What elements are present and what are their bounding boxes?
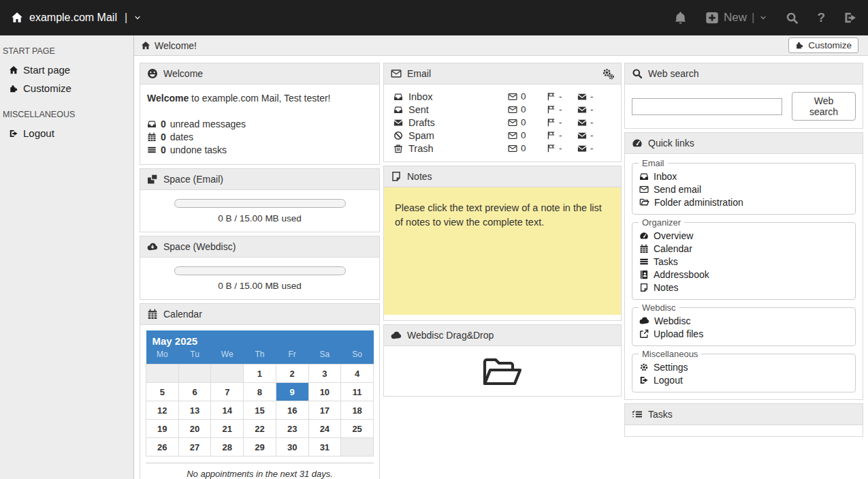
calendar-day-cell[interactable]: 22 bbox=[244, 420, 276, 438]
stat-label: undone tasks bbox=[170, 144, 227, 155]
calendar-day-cell[interactable]: 25 bbox=[341, 420, 374, 438]
calendar-day-cell[interactable]: 30 bbox=[276, 438, 308, 457]
title-separator: | bbox=[125, 12, 127, 24]
folder-link[interactable]: Spam bbox=[393, 130, 508, 141]
envelope-filled-icon bbox=[393, 118, 403, 127]
calendar-day-cell[interactable]: 2 bbox=[276, 365, 308, 383]
customize-button[interactable]: Customize bbox=[788, 37, 858, 53]
envelope-outline-icon bbox=[508, 105, 517, 114]
main-area: Welcome! Customize Welcome Welcome to ex… bbox=[134, 35, 868, 479]
folder-link[interactable]: Drafts bbox=[393, 117, 508, 128]
quick-link-webdisc[interactable]: Webdisc bbox=[639, 314, 848, 327]
webdisc-dropzone[interactable] bbox=[384, 346, 621, 396]
chevron-down-icon bbox=[759, 14, 767, 22]
quick-link-notes[interactable]: Notes bbox=[639, 281, 848, 294]
gear-icon bbox=[639, 362, 649, 372]
app-menu[interactable]: example.com Mail | bbox=[11, 12, 142, 24]
calendar-selected-day-cell[interactable]: 9 bbox=[276, 383, 308, 401]
email-panel: Email Inbox 0 - - Sent bbox=[383, 63, 622, 162]
note-preview[interactable]: Please click the text preview of a note … bbox=[384, 187, 621, 315]
calendar-day-cell[interactable]: 8 bbox=[244, 383, 276, 401]
calendar-week-row: 12 13 14 15 16 17 18 bbox=[146, 401, 374, 420]
calendar-day-cell[interactable]: 12 bbox=[146, 401, 179, 420]
calendar-day-cell[interactable]: 26 bbox=[146, 438, 179, 457]
quick-link-addressbook[interactable]: Addressbook bbox=[639, 268, 848, 281]
calendar-empty-cell bbox=[146, 365, 179, 383]
notes-panel-body: Please click the text preview of a note … bbox=[384, 187, 621, 320]
email-folder-row-sent: Sent 0 - - bbox=[393, 103, 611, 116]
envelope-outline-icon bbox=[391, 68, 402, 79]
calendar-day-cell[interactable]: 24 bbox=[308, 420, 341, 438]
inbox-icon bbox=[639, 172, 649, 181]
calendar-day-cell[interactable]: 23 bbox=[276, 420, 308, 438]
cogs-icon[interactable] bbox=[602, 68, 614, 80]
quick-link-label: Logout bbox=[654, 375, 683, 386]
quick-link-inbox[interactable]: Inbox bbox=[639, 170, 848, 183]
web-search-input[interactable] bbox=[632, 98, 782, 115]
calendar-day-cell[interactable]: 1 bbox=[244, 365, 276, 383]
calendar-day-cell[interactable]: 17 bbox=[308, 401, 341, 420]
calendar-day-cell[interactable]: 18 bbox=[341, 401, 374, 420]
calendar-day-cell[interactable]: 29 bbox=[244, 438, 276, 457]
calendar-day-cell[interactable]: 21 bbox=[211, 420, 244, 438]
calendar-day-cell[interactable]: 4 bbox=[341, 365, 374, 383]
calendar-day-cell[interactable]: 31 bbox=[308, 438, 341, 457]
folder-link[interactable]: Sent bbox=[393, 104, 508, 115]
calendar-day-cell[interactable]: 13 bbox=[178, 401, 211, 420]
calendar-empty-cell bbox=[341, 438, 374, 457]
calendar-day-cell[interactable]: 20 bbox=[178, 420, 211, 438]
sidebar-item-customize[interactable]: Customize bbox=[0, 79, 133, 97]
stat-label: dates bbox=[170, 132, 193, 142]
calendar-day-cell[interactable]: 15 bbox=[244, 401, 276, 420]
sidebar-item-logout[interactable]: Logout bbox=[0, 124, 133, 142]
calendar-day-cell[interactable]: 28 bbox=[211, 438, 244, 457]
quick-link-logout[interactable]: Logout bbox=[639, 373, 848, 386]
mini-calendar: May 2025 MoTu WeTh FrSa So 1 2 3 bbox=[146, 330, 374, 457]
quick-link-settings[interactable]: Settings bbox=[639, 360, 848, 373]
calendar-day-cell[interactable]: 16 bbox=[276, 401, 308, 420]
logout-icon[interactable] bbox=[843, 11, 857, 25]
quick-link-folder-administration[interactable]: Folder administration bbox=[639, 196, 848, 208]
calendar-day-cell[interactable]: 7 bbox=[211, 383, 244, 401]
calendar-day-cell[interactable]: 27 bbox=[178, 438, 211, 457]
email-folder-list: Inbox 0 - - Sent 0 - - bbox=[384, 84, 621, 161]
welcome-panel-body: Welcome to example.com Mail, Test tester… bbox=[140, 84, 379, 164]
tasks-icon bbox=[639, 257, 649, 266]
sidebar-section-start-page: START PAGE bbox=[0, 44, 133, 61]
notes-panel: Notes Please click the text preview of a… bbox=[383, 166, 622, 321]
calendar-day-cell[interactable]: 3 bbox=[308, 365, 341, 383]
quick-link-overview[interactable]: Overview bbox=[639, 229, 848, 242]
breadcrumb[interactable]: Welcome! bbox=[141, 40, 197, 51]
quick-links-body: Email Inbox Send email Folder administra… bbox=[625, 154, 863, 399]
calendar-day-cell[interactable]: 6 bbox=[178, 383, 211, 401]
web-search-button[interactable]: Web search bbox=[792, 92, 856, 121]
folder-label: Spam bbox=[408, 130, 434, 141]
calendar-day-cell[interactable]: 10 bbox=[308, 383, 341, 401]
folder-link[interactable]: Trash bbox=[393, 143, 508, 154]
calendar-day-cell[interactable]: 11 bbox=[341, 383, 374, 401]
email-folder-row-inbox: Inbox 0 - - bbox=[393, 90, 611, 103]
new-item-button[interactable]: New | bbox=[705, 11, 767, 25]
quick-link-upload-files[interactable]: Upload files bbox=[639, 327, 848, 340]
unread-count: 0 bbox=[508, 130, 547, 140]
search-icon[interactable] bbox=[786, 12, 799, 25]
breadcrumb-title: Welcome! bbox=[155, 40, 197, 51]
trash-icon bbox=[393, 144, 403, 153]
calendar-empty-cell bbox=[211, 365, 244, 383]
calendar-day-cell[interactable]: 5 bbox=[146, 383, 179, 401]
group-legend: Webdisc bbox=[639, 303, 679, 313]
tasks-panel-header: Tasks bbox=[625, 404, 863, 425]
quick-link-tasks[interactable]: Tasks bbox=[639, 255, 848, 268]
bell-icon[interactable] bbox=[674, 12, 687, 25]
quick-link-label: Send email bbox=[654, 184, 701, 195]
quick-link-calendar[interactable]: Calendar bbox=[639, 242, 848, 255]
calendar-day-cell[interactable]: 14 bbox=[211, 401, 244, 420]
sidebar-item-start-page[interactable]: Start page bbox=[0, 61, 133, 79]
dashboard-icon bbox=[632, 138, 643, 149]
flagged-count: - bbox=[547, 117, 577, 127]
folder-link[interactable]: Inbox bbox=[393, 91, 508, 102]
calendar-day-cell[interactable]: 19 bbox=[146, 420, 179, 438]
top-bar: example.com Mail | New | ? bbox=[0, 0, 868, 35]
quick-link-send-email[interactable]: Send email bbox=[639, 183, 848, 196]
help-icon[interactable]: ? bbox=[817, 10, 825, 25]
